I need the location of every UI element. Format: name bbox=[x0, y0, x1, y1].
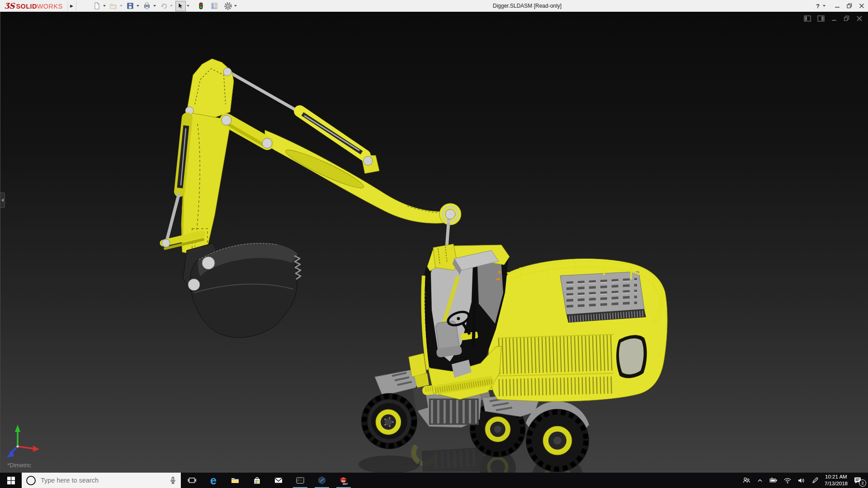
pane-left-icon[interactable] bbox=[804, 15, 811, 22]
window-controls: ? bbox=[816, 0, 864, 12]
title-bar: ƷS SOLID WORKS ▶ Digger.SL bbox=[0, 0, 868, 12]
taskbar-clock[interactable]: 10:21 AM 7/13/2018 bbox=[825, 474, 848, 487]
x-axis-arrow bbox=[33, 446, 39, 452]
undo-button[interactable] bbox=[159, 1, 169, 11]
plate-pin-top bbox=[223, 68, 231, 76]
people-icon[interactable] bbox=[742, 477, 750, 484]
start-button[interactable] bbox=[0, 473, 22, 488]
minimize-icon[interactable] bbox=[835, 3, 840, 9]
svg-text:C:\_: C:\_ bbox=[297, 479, 303, 482]
select-tool-button[interactable] bbox=[175, 1, 186, 11]
view-orientation-label: *Dimetric bbox=[7, 462, 31, 469]
close-document-icon[interactable] bbox=[856, 15, 863, 22]
command-prompt-icon: C:\_ bbox=[296, 477, 304, 484]
taskbar-app-edge[interactable]: e bbox=[203, 473, 224, 488]
microsoft-store-icon bbox=[253, 477, 261, 484]
taskbar-app-store[interactable] bbox=[246, 473, 268, 488]
file-explorer-icon bbox=[231, 477, 239, 484]
taskbar-app-file-explorer[interactable] bbox=[224, 473, 246, 488]
notification-count-badge: 2 bbox=[859, 479, 866, 487]
front-left-wheel bbox=[361, 393, 417, 449]
open-dropdown[interactable] bbox=[120, 5, 123, 7]
clock-time: 10:21 AM bbox=[825, 474, 848, 480]
new-document-button[interactable] bbox=[92, 1, 102, 11]
action-center-button[interactable]: 2 bbox=[854, 476, 863, 484]
windows-taskbar: e C:\_ SW 2017 10:21 AM 7/13/2018 bbox=[0, 473, 868, 488]
svg-text:2017: 2017 bbox=[343, 482, 348, 485]
feature-manager-collapsed-tab[interactable] bbox=[0, 192, 5, 208]
orientation-triad bbox=[7, 425, 39, 457]
menu-flyout-arrow[interactable]: ▶ bbox=[67, 1, 76, 11]
rebuild-traffic-light-button[interactable] bbox=[196, 1, 206, 11]
pane-right-icon[interactable] bbox=[817, 15, 825, 22]
document-title: Digger.SLDASM [Read-only] bbox=[493, 3, 561, 9]
windows-logo-icon bbox=[7, 477, 15, 484]
help-dropdown[interactable] bbox=[823, 5, 826, 7]
composer-hexagon-icon bbox=[318, 476, 326, 484]
cab[interactable] bbox=[409, 244, 509, 399]
brand-solid: SOLID bbox=[16, 3, 37, 10]
y-axis-arrow bbox=[15, 425, 20, 432]
search-input[interactable] bbox=[40, 476, 165, 484]
minimize-document-icon[interactable] bbox=[831, 15, 837, 22]
taskbar-app-mail[interactable] bbox=[268, 473, 289, 488]
chevron-left-icon bbox=[1, 198, 4, 202]
file-properties-button[interactable] bbox=[209, 1, 220, 11]
battery-icon[interactable] bbox=[769, 477, 778, 483]
boom-pin bbox=[445, 209, 455, 219]
print-dropdown[interactable] bbox=[153, 5, 156, 7]
taskbar-app-solidworks-composer[interactable] bbox=[311, 473, 333, 488]
body-house[interactable] bbox=[481, 259, 667, 402]
bucket-assembly[interactable] bbox=[183, 243, 301, 338]
task-view-icon bbox=[188, 477, 196, 484]
help-icon[interactable]: ? bbox=[816, 3, 820, 9]
select-tool-dropdown[interactable] bbox=[187, 5, 189, 7]
close-icon[interactable] bbox=[859, 3, 864, 9]
document-window-controls bbox=[804, 15, 863, 22]
engine-grille bbox=[560, 272, 646, 323]
link-rod bbox=[231, 73, 297, 111]
clock-date: 7/13/2018 bbox=[825, 480, 848, 487]
cortana-icon bbox=[26, 476, 36, 485]
wifi-icon[interactable] bbox=[783, 477, 792, 483]
windows-ink-icon[interactable] bbox=[811, 477, 819, 484]
microphone-icon[interactable] bbox=[170, 477, 176, 484]
edge-icon: e bbox=[210, 475, 217, 486]
hidden-icons-chevron[interactable] bbox=[756, 477, 764, 483]
taskbar-app-solidworks-2017[interactable]: SW 2017 bbox=[333, 473, 354, 488]
brand-works: WORKS bbox=[37, 3, 63, 10]
save-dropdown[interactable] bbox=[137, 5, 139, 7]
print-button[interactable] bbox=[142, 1, 152, 11]
task-view-button[interactable] bbox=[181, 473, 203, 488]
bucket-pin-lower bbox=[188, 279, 200, 291]
bucket-pin-upper bbox=[202, 257, 215, 269]
boom-assembly[interactable] bbox=[231, 73, 461, 248]
restore-document-icon[interactable] bbox=[844, 15, 850, 22]
system-tray: 10:21 AM 7/13/2018 2 bbox=[742, 474, 868, 487]
options-gear-button[interactable] bbox=[223, 1, 233, 11]
rear-right-wheel bbox=[526, 409, 589, 472]
solidworks-logo: ƷS SOLID WORKS bbox=[0, 1, 63, 10]
rear-window-glass bbox=[619, 338, 644, 374]
rocker-link bbox=[226, 120, 267, 143]
excavator-model[interactable] bbox=[0, 12, 868, 473]
dassault-logo-icon: ƷS bbox=[5, 1, 14, 10]
mail-icon bbox=[274, 477, 283, 483]
taskbar-search-box[interactable] bbox=[22, 473, 181, 488]
quick-access-toolbar bbox=[92, 1, 239, 11]
restore-icon[interactable] bbox=[847, 3, 852, 9]
new-document-dropdown[interactable] bbox=[103, 5, 106, 7]
save-button[interactable] bbox=[125, 1, 136, 11]
solidworks-2017-icon: SW 2017 bbox=[339, 476, 348, 485]
volume-icon[interactable] bbox=[797, 477, 806, 484]
undo-dropdown[interactable] bbox=[170, 5, 173, 7]
options-dropdown[interactable] bbox=[234, 5, 237, 7]
taskbar-app-command-prompt[interactable]: C:\_ bbox=[289, 473, 311, 488]
open-button[interactable] bbox=[108, 1, 119, 11]
graphics-viewport[interactable]: *Dimetric bbox=[0, 12, 868, 473]
